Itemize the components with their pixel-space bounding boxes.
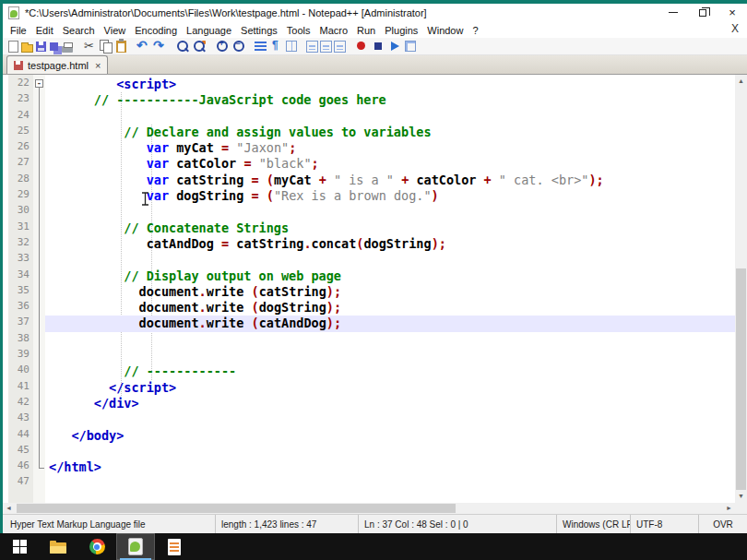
scrollbar-corner <box>735 503 747 514</box>
code-token <box>476 173 483 187</box>
code-line-36[interactable]: document.write (dogString); <box>45 300 735 316</box>
code-token: "Jaxon" <box>236 140 289 155</box>
restore-button[interactable] <box>688 4 717 21</box>
code-line-34[interactable]: // Display output on web page <box>45 268 735 284</box>
undo-icon[interactable] <box>136 39 150 54</box>
cut-icon[interactable] <box>82 39 97 54</box>
menu-item-search[interactable]: Search <box>58 25 100 36</box>
stop-macro-icon[interactable] <box>371 39 385 54</box>
insert-mode-status: OVR <box>698 515 747 533</box>
menu-item-tools[interactable]: Tools <box>282 25 315 36</box>
code-token <box>49 316 139 330</box>
find-icon[interactable] <box>175 39 190 54</box>
code-token <box>243 316 251 330</box>
save-macro-icon[interactable] <box>405 41 416 52</box>
new-file-icon[interactable] <box>8 41 18 53</box>
taskbar-file-explorer-button[interactable] <box>39 533 77 560</box>
code-line-40[interactable]: // ------------ <box>45 363 735 379</box>
vertical-scroll-thumb[interactable] <box>736 268 746 490</box>
code-line-31[interactable]: // Concatenate Strings <box>45 220 735 236</box>
zoom-in-icon[interactable] <box>215 39 230 54</box>
horizontal-scroll-thumb[interactable] <box>17 504 456 513</box>
code-line-38[interactable] <box>45 332 735 348</box>
code-line-23[interactable]: // -----------JavaScript code goes here <box>45 92 735 108</box>
code-line-47[interactable] <box>45 475 735 491</box>
horizontal-scrollbar[interactable]: ◄ ► <box>3 503 747 514</box>
playback-macro-icon[interactable] <box>387 39 402 54</box>
code-line-42[interactable]: </div> <box>45 396 735 411</box>
taskbar-start-button[interactable] <box>0 533 39 560</box>
code-line-33[interactable] <box>45 252 735 268</box>
code-line-27[interactable]: var catColor = "black"; <box>45 156 735 172</box>
code-token: = <box>221 236 229 251</box>
document-list-icon[interactable] <box>334 41 346 53</box>
vertical-scrollbar[interactable]: ▲ ▼ <box>735 75 747 503</box>
open-file-icon[interactable] <box>21 44 33 53</box>
menu-item-edit[interactable]: Edit <box>31 25 58 36</box>
menu-close-x[interactable]: X <box>731 22 739 35</box>
scroll-up-icon[interactable]: ▲ <box>735 75 747 88</box>
code-token <box>49 140 147 155</box>
code-line-28[interactable]: var catString = (myCat + " is a " + catC… <box>45 173 735 188</box>
menu-item-file[interactable]: File <box>6 25 31 36</box>
menu-item-run[interactable]: Run <box>352 25 380 36</box>
menu-item-language[interactable]: Language <box>182 25 236 36</box>
code-line-32[interactable]: catAndDog = catString.concat(dogString); <box>45 236 735 252</box>
save-all-icon[interactable] <box>50 42 58 51</box>
word-wrap-icon[interactable] <box>255 42 267 52</box>
code-line-37[interactable]: document.write (catAndDog); <box>45 316 735 331</box>
code-area[interactable]: <script> // -----------JavaScript code g… <box>45 77 735 503</box>
print-icon[interactable] <box>62 46 73 53</box>
code-line-43[interactable] <box>45 411 735 427</box>
tab-close-icon[interactable]: × <box>95 60 101 71</box>
code-token: catAndDog <box>147 236 214 251</box>
code-line-39[interactable] <box>45 348 735 363</box>
code-line-22[interactable]: <script> <box>45 77 735 92</box>
record-macro-icon[interactable] <box>354 39 369 54</box>
code-line-44[interactable]: </body> <box>45 428 735 444</box>
code-line-46[interactable]: </html> <box>45 459 735 475</box>
show-all-characters-icon[interactable] <box>268 39 283 54</box>
save-icon[interactable] <box>36 42 46 52</box>
scroll-left-icon[interactable]: ◄ <box>3 503 15 514</box>
code-line-35[interactable]: document.write (catString); <box>45 284 735 300</box>
zoom-out-icon[interactable] <box>231 39 246 54</box>
taskbar-notepad-plus-plus-button[interactable] <box>116 533 155 560</box>
menu-item-encoding[interactable]: Encoding <box>130 25 182 36</box>
menu-item-macro[interactable]: Macro <box>314 25 352 36</box>
menu-item-settings[interactable]: Settings <box>236 25 282 36</box>
encoding-status: UTF-8 <box>630 515 698 533</box>
copy-icon[interactable] <box>99 39 113 54</box>
replace-icon[interactable] <box>192 39 207 54</box>
length-lines-status: length : 1,423 lines : 47 <box>215 515 358 533</box>
editor[interactable]: 2223242526272829303132333435363738394041… <box>3 75 747 503</box>
taskbar-chrome-button[interactable] <box>77 533 116 560</box>
menu-item-window[interactable]: Window <box>422 25 468 36</box>
minimize-button[interactable] <box>658 4 688 21</box>
horizontal-scroll-track[interactable] <box>15 503 723 514</box>
vertical-scroll-track[interactable] <box>735 88 747 490</box>
menu-item-help[interactable]: ? <box>468 25 482 36</box>
title-bar[interactable]: *C:\Users\Administrator\Documents\Files\… <box>3 4 747 21</box>
fold-collapse-icon[interactable]: - <box>35 79 43 88</box>
tab-testpage-html[interactable]: testpage.html × <box>6 55 108 74</box>
minimize-icon <box>669 12 678 13</box>
code-token: = ( <box>252 173 274 187</box>
code-line-26[interactable]: var myCat = "Jaxon"; <box>45 140 735 156</box>
code-line-25[interactable]: // Declare and assign values to variable… <box>45 125 735 140</box>
indent-guide-icon[interactable] <box>286 41 297 52</box>
menu-item-view[interactable]: View <box>100 25 131 36</box>
function-list-icon[interactable] <box>306 41 318 53</box>
paste-icon[interactable] <box>116 41 126 53</box>
document-map-icon[interactable] <box>320 41 332 53</box>
close-button[interactable]: × <box>717 4 747 21</box>
redo-icon[interactable] <box>152 39 167 54</box>
code-line-24[interactable] <box>45 109 735 125</box>
menu-item-plugins[interactable]: Plugins <box>380 25 422 36</box>
scroll-down-icon[interactable]: ▼ <box>735 490 747 503</box>
code-line-45[interactable] <box>45 444 735 459</box>
code-token: catColor <box>416 173 476 187</box>
code-line-41[interactable]: </script> <box>45 380 735 396</box>
taskbar-document-button[interactable] <box>155 533 194 560</box>
scroll-right-icon[interactable]: ► <box>723 503 735 514</box>
